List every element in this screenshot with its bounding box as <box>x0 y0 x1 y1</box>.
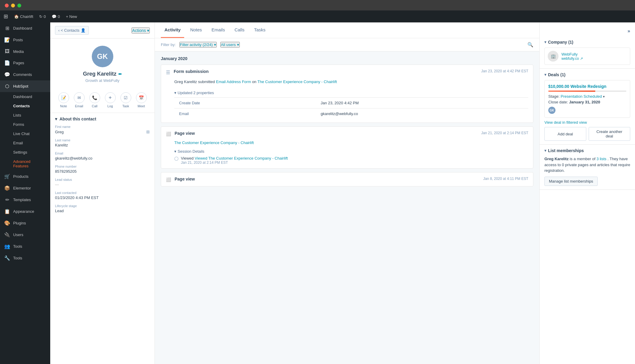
tab-activity[interactable]: Activity <box>161 22 184 38</box>
sidebar-item-media[interactable]: 🖼 Media <box>0 46 50 57</box>
page-view-icon: ⬜ <box>166 131 171 136</box>
list-count-link[interactable]: 3 lists <box>596 157 606 161</box>
chevron-down-icon: ▾ <box>55 117 57 121</box>
sidebar-sub-hs-email[interactable]: Email <box>0 138 50 148</box>
contact-title: Growth at WebFully <box>86 78 120 83</box>
session-details: ▾ Session Details Viewed Viewed The Cust… <box>161 149 533 168</box>
actions-dropdown-btn[interactable]: Actions ▾ <box>132 27 150 33</box>
copy-icon[interactable]: ⊞ <box>146 129 150 134</box>
sidebar-item-templates[interactable]: 📋 Appearance <box>0 206 50 217</box>
log-action-btn[interactable]: + Log <box>105 92 116 108</box>
sidebar-item-products[interactable]: 📦 Elementor <box>0 182 50 194</box>
log-icon: + <box>105 92 116 103</box>
view-deal-link[interactable]: View deal in filtered view <box>544 120 630 125</box>
table-row: Create Date Jan 23, 2020 4:42 PM <box>174 98 528 108</box>
meet-action-btn[interactable]: 📅 Meet <box>136 92 147 108</box>
chevron-down-icon: ▾ <box>544 149 546 153</box>
minimize-btn[interactable] <box>11 4 15 7</box>
deal-amount[interactable]: $10,000.00 Website Redesign <box>548 84 626 89</box>
table-row: Email gkarelitz@webfully.co <box>174 108 528 119</box>
session-radio <box>174 157 178 161</box>
sidebar-sub-hs-livechat[interactable]: Live Chat <box>0 129 50 138</box>
create-another-deal-btn[interactable]: Create another deal <box>589 127 631 141</box>
form-submission-card: ☰ Form submission Jan 23, 2020 at 4:42 P… <box>161 65 533 123</box>
field-lead-status: Lead status — <box>55 178 150 187</box>
notifications-item[interactable]: ↻ 0 <box>39 14 46 19</box>
call-icon: 📞 <box>89 92 100 103</box>
sidebar-sub-hs-contacts[interactable]: Contacts <box>0 101 50 111</box>
new-btn[interactable]: + New <box>66 14 77 19</box>
sidebar-item-elementor[interactable]: ✏ Templates <box>0 194 50 206</box>
avatar: GK <box>92 46 113 67</box>
contact-actions: 📝 Note ✉ Email 📞 Call + Log ☑ Task <box>50 88 155 113</box>
tab-tasks[interactable]: Tasks <box>251 22 269 38</box>
task-action-btn[interactable]: ☑ Task <box>120 92 131 108</box>
about-header[interactable]: ▾ About this contact <box>55 117 150 121</box>
list-memberships-header[interactable]: ▾ List memberships <box>544 148 630 153</box>
edit-icon[interactable]: ✏ <box>118 72 122 77</box>
email-address-form-link[interactable]: Email Address Form <box>216 79 251 84</box>
deal-stage: Stage: Presentation Scheduled ▾ <box>548 94 626 99</box>
sidebar-sub-hs-lists[interactable]: Lists <box>0 111 50 120</box>
filter-activity-btn[interactable]: Filter activity (2/24) ▾ <box>179 42 217 48</box>
add-deal-btn[interactable]: Add deal <box>544 127 586 141</box>
products-icon: 📦 <box>4 185 10 191</box>
note-action-btn[interactable]: 📝 Note <box>58 92 69 108</box>
collapse-icon[interactable]: » <box>628 28 630 34</box>
company-section-header[interactable]: ▾ Company (1) <box>544 40 630 45</box>
customer-experience-link[interactable]: The Customer Experience Company - Chairl… <box>257 79 337 84</box>
site-name[interactable]: 🏠 Chairlift <box>14 14 33 19</box>
tab-emails[interactable]: Emails <box>208 22 228 38</box>
sidebar-item-appearance[interactable]: 🎨 Plugins <box>0 217 50 229</box>
users-icon: 👥 <box>4 244 10 249</box>
sidebar-sub-hs-dashboard[interactable]: Dashboard <box>0 92 50 101</box>
deal-progress-fill <box>548 91 595 92</box>
sidebar-item-hubspot[interactable]: ⬡ HubSpot <box>0 80 50 92</box>
sidebar-sub-hs-forms[interactable]: Forms <box>0 120 50 129</box>
search-icon[interactable]: 🔍 <box>527 42 533 48</box>
woocommerce-icon: 🛒 <box>4 174 10 179</box>
chevron-down-icon: ▾ <box>237 42 239 47</box>
notifications-icon: ↻ <box>39 14 42 19</box>
call-action-btn[interactable]: 📞 Call <box>89 92 100 108</box>
session-page-link[interactable]: Viewed The Customer Experience Company -… <box>195 156 288 160</box>
meet-icon: 📅 <box>136 92 147 103</box>
deal-stage-value[interactable]: Presentation Scheduled <box>561 94 602 99</box>
manage-list-memberships-btn[interactable]: Manage list memberships <box>544 177 598 186</box>
sidebar-item-dashboard[interactable]: ⊞ Dashboard <box>0 22 50 34</box>
filter-by-label: Filter by: <box>161 42 176 47</box>
sidebar-sub-hs-settings[interactable]: Settings <box>0 148 50 157</box>
sidebar-sub-hs-advanced[interactable]: Advanced Features <box>0 157 50 171</box>
sidebar: ⊞ Dashboard 📝 Posts 🖼 Media 📄 Pages 💬 Co… <box>0 22 50 364</box>
month-header: January 2020 <box>161 56 533 61</box>
close-btn[interactable] <box>5 4 9 7</box>
updated-props-toggle[interactable]: ▾ Updated 2 properties <box>174 91 528 95</box>
sidebar-item-tools[interactable]: 🔧 Tools <box>0 252 50 264</box>
comments-icon: 💬 <box>52 14 57 19</box>
chevron-down-icon: ▾ <box>174 91 176 95</box>
company-name-link[interactable]: WebFully <box>561 52 583 56</box>
email-action-btn[interactable]: ✉ Email <box>74 92 85 108</box>
sidebar-item-pages[interactable]: 📄 Pages <box>0 57 50 69</box>
sidebar-item-woocommerce[interactable]: 🛒 Products <box>0 171 50 182</box>
back-to-contacts-btn[interactable]: ‹ < Contacts 👤 <box>55 26 89 35</box>
sidebar-item-comments[interactable]: 💬 Comments <box>0 69 50 80</box>
activity-content: January 2020 ☰ Form submission Jan 23, 2… <box>155 51 539 364</box>
person-icon: 👤 <box>81 28 86 33</box>
field-last-contacted: Last contacted 01/23/2020 4:43 PM EST <box>55 191 150 200</box>
posts-icon: 📝 <box>4 37 10 43</box>
all-users-filter-btn[interactable]: All users ▾ <box>220 42 240 48</box>
company-url-link[interactable]: webfully.co ↗ <box>561 56 583 61</box>
session-toggle[interactable]: ▾ Session Details <box>174 149 528 154</box>
sidebar-item-posts[interactable]: 📝 Posts <box>0 34 50 46</box>
page-view-link-1[interactable]: The Customer Experience Company - Chairl… <box>174 140 254 145</box>
tab-notes[interactable]: Notes <box>187 22 205 38</box>
tab-calls[interactable]: Calls <box>231 22 248 38</box>
comments-nav-icon: 💬 <box>4 72 10 77</box>
sidebar-item-users[interactable]: 👥 Tools <box>0 241 50 252</box>
maximize-btn[interactable] <box>17 4 21 7</box>
sidebar-item-plugins[interactable]: 🔌 Users <box>0 229 50 241</box>
comments-item[interactable]: 💬 0 <box>52 14 60 19</box>
task-icon: ☑ <box>120 92 131 103</box>
deals-section-header[interactable]: ▾ Deals (1) <box>544 72 630 77</box>
